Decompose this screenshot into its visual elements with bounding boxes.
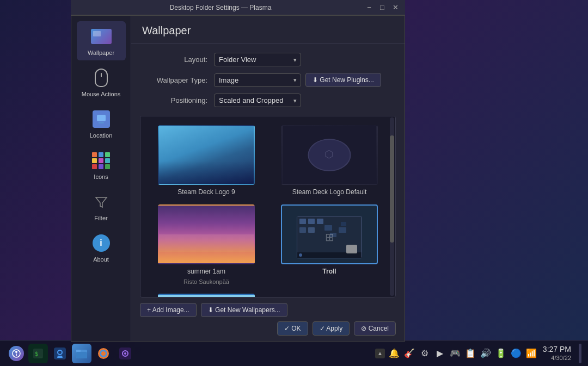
about-icon: i [90,232,112,254]
list-item[interactable]: summer 1am Risto Saukonpää [149,204,264,285]
wallpaper-type-row: Wallpaper Type: Image ⬇ Get New Plugins.… [142,73,394,87]
svg-text:⬡: ⬡ [325,148,334,160]
svg-rect-0 [97,115,106,121]
wallpaper-icon [90,26,112,47]
files-taskbar-icon[interactable] [72,344,91,363]
close-button[interactable]: ✕ [391,3,400,12]
bottom-row2: ✓ OK ✓ Apply ⊘ Cancel [140,321,396,336]
content-title: Wallpaper [131,16,405,44]
clock-date: 4/30/22 [543,354,571,362]
taskbar-right: ▲ 🔔 🎸 ⚙ ▶ 🎮 📋 🔊 🔋 🔵 📶 3:27 PM 4/30/22 [375,344,581,363]
wallpaper-grid-container: Steam Deck Logo 9 ⬡ Steam Deck Logo Defa… [140,116,396,297]
svg-rect-7 [299,219,306,224]
positioning-row: Positioning: Scaled and Cropped [142,94,394,107]
positioning-select-wrapper: Scaled and Cropped [214,94,301,107]
konsole-taskbar-icon[interactable]: $_ [28,344,48,363]
svg-rect-27 [76,350,81,352]
tray-icons: ▲ 🔔 🎸 ⚙ ▶ 🎮 📋 🔊 🔋 🔵 📶 [375,348,537,358]
apply-button[interactable]: ✓ Apply [313,321,350,336]
sidebar-item-mouse-label: Mouse Actions [82,91,121,97]
layout-label: Layout: [142,55,207,64]
wallpaper-thumb-steam-deck-default: ⬡ [281,125,378,185]
plasma-config-taskbar-icon[interactable] [115,344,135,363]
sidebar-item-about[interactable]: i About [77,228,126,267]
get-wallpapers-button[interactable]: ⬇ Get New Wallpapers... [201,303,287,317]
wallpaper-type-select[interactable]: Image [214,73,301,87]
layout-select[interactable]: Folder View [214,53,301,66]
discover-taskbar-icon[interactable] [50,344,70,363]
sidebar: Wallpaper Mouse Actions [71,16,131,341]
dialog: Wallpaper Mouse Actions [71,15,405,342]
folder-icon [346,245,357,253]
steam-tray-icon[interactable]: 🎮 [449,348,461,358]
svg-rect-15 [341,222,346,226]
svg-rect-14 [339,227,346,233]
add-image-button[interactable]: + Add Image... [140,303,197,317]
sidebar-item-wallpaper[interactable]: Wallpaper [77,21,126,60]
scrollbar[interactable] [390,117,394,296]
get-plugins-button[interactable]: ⬇ Get New Plugins... [305,73,381,87]
clipboard-tray-icon[interactable]: 📋 [464,348,476,358]
wallpaper-type-control: Image ⬇ Get New Plugins... [214,73,381,87]
plasma-logo [9,346,24,361]
layout-row: Layout: Folder View [142,53,394,66]
svg-rect-10 [299,227,306,233]
svg-rect-26 [76,352,87,358]
connect-tray-icon[interactable]: ⚙ [419,348,431,358]
volume-tray-icon[interactable]: 🔊 [480,348,492,358]
show-desktop-button[interactable] [579,344,581,363]
network-tray-icon[interactable]: 📶 [525,348,537,358]
clock[interactable]: 3:27 PM 4/30/22 [543,344,571,362]
wallpaper-grid: Steam Deck Logo 9 ⬡ Steam Deck Logo Defa… [140,116,395,297]
clock-time: 3:27 PM [543,344,571,354]
svg-marker-2 [96,197,107,207]
wallpaper-name-summer-1am: summer 1am [187,268,225,275]
layout-control: Folder View [214,53,301,66]
firefox-taskbar-icon[interactable] [94,344,113,363]
svg-rect-9 [317,219,323,224]
wallpaper-author-summer-1am: Risto Saukonpää [183,278,229,285]
audio-tray-icon[interactable]: 🎸 [403,348,415,358]
list-item[interactable]: ⬡ Steam Deck Logo Default [272,125,387,196]
battery-tray-icon[interactable]: 🔋 [495,348,507,358]
svg-rect-1 [99,122,104,123]
list-item[interactable]: Troll [272,204,387,285]
svg-rect-6 [297,216,362,258]
plasma-menu-button[interactable] [7,344,26,363]
sidebar-item-wallpaper-label: Wallpaper [88,49,114,56]
svg-text:$_: $_ [35,350,42,357]
svg-rect-16 [297,252,362,258]
expand-tray-button[interactable]: ▲ [375,349,385,358]
layout-select-wrapper: Folder View [214,53,301,66]
title-bar: Desktop Folder Settings — Plasma − □ ✕ [71,0,405,15]
svg-point-19 [15,351,17,353]
ok-button[interactable]: ✓ OK [277,321,308,336]
sidebar-item-mouse-actions[interactable]: Mouse Actions [77,63,126,102]
svg-point-30 [101,351,106,356]
bottom-actions: + Add Image... ⬇ Get New Wallpapers... ✓… [131,297,405,341]
sidebar-item-location[interactable]: Location [77,104,126,143]
positioning-control: Scaled and Cropped [214,94,301,107]
sidebar-item-filter[interactable]: Filter [77,187,126,226]
wallpaper-thumb-troll [281,204,378,264]
cancel-button[interactable]: ⊘ Cancel [354,321,396,336]
maximize-button[interactable]: □ [378,3,387,12]
bluetooth-tray-icon[interactable]: 🔵 [510,348,522,358]
media-tray-icon[interactable]: ▶ [434,348,446,358]
minimize-button[interactable]: − [365,3,373,12]
sidebar-item-about-label: About [93,256,109,263]
sidebar-item-icons[interactable]: Icons [77,145,126,184]
settings-area: Layout: Folder View Wallpaper Type: [131,44,405,116]
taskbar-left: $_ [7,344,375,363]
svg-rect-8 [308,219,315,224]
list-item[interactable] [149,294,264,297]
positioning-select[interactable]: Scaled and Cropped [214,94,301,107]
taskbar: $_ [0,340,588,366]
notification-tray-icon[interactable]: 🔔 [388,348,400,358]
wallpaper-thumb-steam-deck-9 [158,125,255,185]
location-icon [90,108,112,130]
svg-point-17 [299,253,302,257]
filter-icon [90,191,112,213]
list-item[interactable]: Steam Deck Logo 9 [149,125,264,196]
wallpaper-name-steam-deck-default: Steam Deck Logo Default [292,188,367,196]
